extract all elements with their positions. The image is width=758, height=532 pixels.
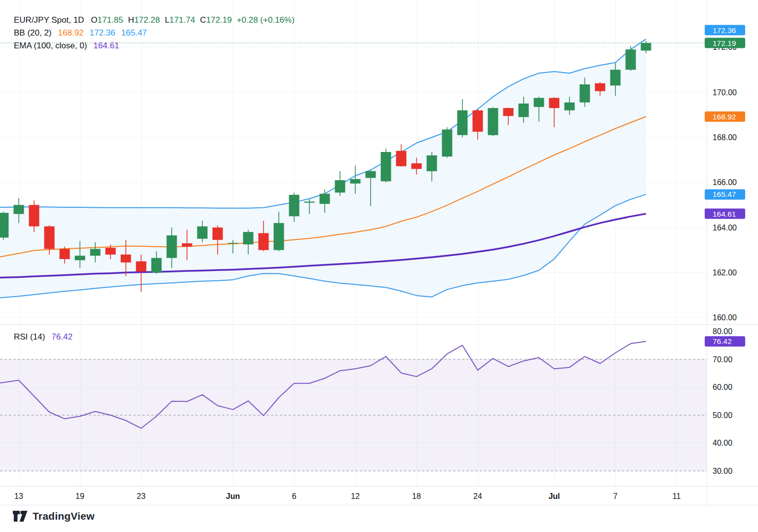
price-badge-text: 172.36 [713,26,736,35]
candle-body [626,49,636,70]
candle-body [381,152,391,181]
candle-body [610,70,621,85]
time-tick-label: 12 [351,492,360,500]
rsi-tick-label: 60.00 [713,383,732,391]
price-axis-badge: 172.36 [705,25,745,36]
candle-body [534,98,544,107]
time-tick-label: Jun [226,492,240,500]
tradingview-logo-icon[interactable] [13,510,28,522]
price-tick-label: 170.00 [713,88,737,97]
symbol-title: EUR/JPY Spot, 1D [14,15,84,25]
candle [457,99,468,138]
time-tick-label: 7 [613,492,618,500]
candle-body [412,163,422,169]
candle-body [304,202,315,203]
price-tick-label: 164.00 [713,224,737,232]
candle-body [274,223,284,250]
candle [0,212,9,240]
candle-body [259,233,269,250]
time-tick-label: 23 [137,492,146,500]
candle-body [228,243,238,244]
candle [396,144,407,167]
candle-body [457,111,468,135]
rsi-legend-row[interactable]: RSI (14)76.42 [14,331,78,343]
candle-body [90,249,101,256]
footer-branding: TradingView [13,510,95,522]
candle-body [396,151,407,166]
rsi-tick-label: 50.00 [713,411,732,419]
bb-lower-value: 165.47 [121,28,147,38]
candle-body [595,83,606,91]
candle-body [503,108,514,116]
candle-body [320,194,330,204]
ema-value: 164.61 [93,41,119,50]
ema-indicator-label: EMA (100, close, 0) [14,41,87,50]
price-axis-badge: 164.61 [705,209,745,219]
candle-body [29,205,39,226]
tradingview-logo-text[interactable]: TradingView [33,510,95,522]
candle-body [60,249,70,259]
symbol-legend-row[interactable]: EUR/JPY Spot, 1DO171.85H172.28L171.74C17… [14,14,295,27]
rsi-tick-label: 30.00 [713,467,732,475]
price-badge-text: 168.92 [713,113,736,121]
close-value: 172.19 [206,15,232,25]
change-value: +0.28 (+0.16%) [237,15,295,25]
price-tick-label: 162.00 [713,268,737,277]
candle-body [289,195,300,216]
chart-root: 172.00170.00168.00166.00164.00162.00160.… [0,0,758,532]
high-label: H [128,15,134,25]
price-axis-badge: 168.92 [705,112,745,122]
candle-body [335,180,345,192]
time-tick-label: 6 [292,492,297,500]
high-value: 172.28 [134,15,160,25]
price-axis-badge: 165.47 [705,189,745,199]
candle-body [350,179,361,184]
bb-upper-value: 172.36 [90,28,115,38]
bb-legend-row[interactable]: BB (20, 2)168.92172.36165.47 [14,27,295,39]
time-axis[interactable]: 131923Jun6121824Jul711 [14,492,681,500]
price-tick-label: 160.00 [713,313,737,322]
candle [442,127,453,158]
candle-body [243,232,254,244]
price-badge-text: 172.19 [713,39,736,47]
price-tick-label: 166.00 [713,178,737,187]
time-tick-label: 19 [76,492,84,500]
candle-body [75,256,85,260]
open-value: 171.85 [98,15,123,25]
candle-body [519,104,529,117]
price-tick-label: 168.00 [713,133,737,142]
price-axis[interactable]: 172.00170.00168.00166.00164.00162.00160.… [713,43,737,475]
bb-indicator-label: BB (20, 2) [14,28,52,38]
candle-body [565,103,575,111]
candle-body [14,205,24,214]
time-tick-label: Jul [548,492,560,500]
candle-body [136,262,147,272]
close-label: C [200,15,206,25]
candle-body [442,129,453,156]
open-label: O [91,15,97,25]
candle [381,149,391,183]
candle-body [549,98,560,108]
main-legend: EUR/JPY Spot, 1DO171.85H172.28L171.74C17… [14,14,295,52]
time-tick-label: 13 [14,492,23,500]
candle-body [106,248,116,255]
time-tick-label: 11 [673,492,681,500]
low-label: L [165,15,169,25]
low-value: 171.74 [169,15,195,25]
rsi-tick-label: 40.00 [713,439,732,447]
price-badge-text: 76.42 [713,337,732,345]
candle-body [213,228,223,240]
candle-body [167,235,177,258]
candle-body [641,43,651,51]
rsi-legend: RSI (14)76.42 [14,331,78,343]
candle-body [152,258,162,273]
candle-body [427,155,437,171]
bb-basis-value: 168.92 [58,28,84,38]
time-tick-label: 18 [412,492,421,500]
chart-canvas[interactable]: 172.00170.00168.00166.00164.00162.00160.… [0,0,758,532]
ema-legend-row[interactable]: EMA (100, close, 0)164.61 [14,39,295,52]
candle-body [44,227,55,249]
price-badge-text: 164.61 [713,210,736,218]
rsi-tick-label: 70.00 [713,355,732,364]
price-axis-badge: 172.19 [705,38,745,48]
